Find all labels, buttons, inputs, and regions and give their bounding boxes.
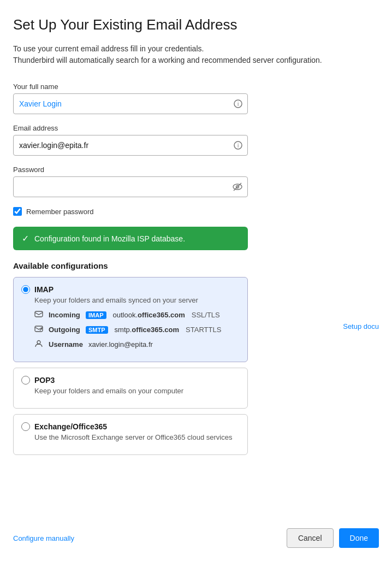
config-option-pop3[interactable]: POP3 Keep your folders and emails on you… (13, 368, 248, 409)
configure-manually-link[interactable]: Configure manually (13, 534, 74, 542)
incoming-server: outlook.office365.com (113, 311, 185, 319)
incoming-icon (34, 310, 44, 320)
info-icon-fullname[interactable]: i (234, 99, 242, 108)
imap-radio[interactable] (21, 285, 30, 294)
pop3-description: Keep your folders and emails on your com… (34, 387, 240, 395)
incoming-label: Incoming (49, 311, 81, 319)
imap-outgoing-row: Outgoing SMTP smtp.office365.com STARTTL… (34, 324, 240, 335)
cancel-button[interactable]: Cancel (287, 528, 334, 548)
password-input-wrapper (13, 176, 248, 197)
remember-password-label: Remember password (26, 208, 94, 216)
email-input[interactable] (13, 135, 248, 156)
username-label: Username (49, 340, 83, 349)
exchange-radio[interactable] (21, 422, 30, 431)
svg-point-10 (37, 341, 40, 344)
exchange-title: Exchange/Office365 (34, 422, 107, 431)
bottom-bar: Configure manually Cancel Done (13, 528, 379, 548)
full-name-input[interactable] (13, 93, 248, 114)
subtitle-line1: To use your current email address fill i… (13, 43, 379, 55)
email-field-group: Email address i (13, 124, 379, 156)
success-check-icon: ✓ (22, 233, 29, 244)
imap-header: IMAP (21, 285, 240, 294)
imap-description: Keep your folders and emails synced on y… (34, 296, 240, 304)
config-option-exchange[interactable]: Exchange/Office365 Use the Microsoft Exc… (13, 414, 248, 455)
imap-title: IMAP (34, 285, 54, 294)
subtitle: To use your current email address fill i… (13, 43, 379, 66)
pop3-title: POP3 (34, 376, 55, 385)
username-icon (34, 339, 44, 350)
page-title: Set Up Your Existing Email Address (13, 16, 379, 33)
outgoing-protocol: STARTTLS (186, 326, 221, 334)
username-value: xavier.login@epita.fr (88, 340, 153, 349)
info-icon-email[interactable]: i (234, 141, 242, 150)
incoming-protocol: SSL/TLS (192, 311, 220, 319)
email-input-wrapper: i (13, 135, 248, 156)
subtitle-line2: Thunderbird will automatically search fo… (13, 55, 379, 66)
password-label: Password (13, 166, 379, 174)
pop3-radio[interactable] (21, 376, 30, 385)
outgoing-icon (34, 324, 44, 335)
svg-rect-7 (35, 311, 43, 317)
password-input[interactable] (13, 176, 248, 197)
smtp-badge: SMTP (86, 326, 108, 334)
show-password-icon[interactable] (233, 182, 242, 192)
button-group: Cancel Done (287, 528, 379, 548)
remember-password-row: Remember password (13, 207, 379, 216)
full-name-input-wrapper: i (13, 93, 248, 114)
imap-badge: IMAP (86, 311, 106, 319)
config-option-imap[interactable]: IMAP Keep your folders and emails synced… (13, 277, 248, 362)
outgoing-label: Outgoing (49, 326, 81, 334)
svg-text:i: i (237, 143, 239, 149)
pop3-header: POP3 (21, 376, 240, 385)
configurations-section-title: Available configurations (13, 261, 379, 270)
exchange-description: Use the Microsoft Exchange server or Off… (34, 433, 240, 441)
full-name-field-group: Your full name i (13, 82, 379, 114)
outgoing-server: smtp.office365.com (115, 326, 180, 334)
imap-username-row: Username xavier.login@epita.fr (34, 339, 240, 350)
email-label: Email address (13, 124, 379, 132)
remember-password-checkbox[interactable] (13, 207, 22, 216)
imap-incoming-row: Incoming IMAP outlook.office365.com SSL/… (34, 310, 240, 320)
done-button[interactable]: Done (339, 528, 379, 548)
setup-doc-link[interactable]: Setup docu (343, 322, 379, 330)
full-name-label: Your full name (13, 82, 379, 91)
success-banner: ✓ Configuration found in Mozilla ISP dat… (13, 227, 248, 250)
exchange-header: Exchange/Office365 (21, 422, 240, 431)
success-banner-text: Configuration found in Mozilla ISP datab… (34, 234, 185, 243)
password-field-group: Password (13, 166, 379, 197)
svg-text:i: i (237, 101, 239, 107)
